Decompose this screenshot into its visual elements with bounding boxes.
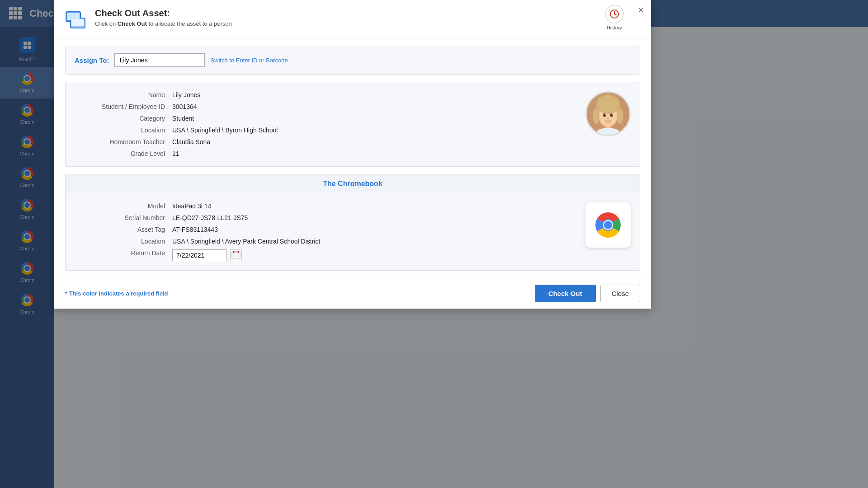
svg-rect-7 (71, 19, 84, 26)
svg-rect-6 (67, 13, 80, 20)
person-info-section: Name Lily Jones Student / Employee ID 30… (65, 82, 640, 167)
chromebook-info-table: Model IdeaPad 3i 14 Serial Number LE-QD2… (75, 202, 320, 261)
required-prefix: * (65, 290, 69, 297)
assign-label: Assign To: (75, 56, 109, 64)
checkout-button[interactable]: Check Out (535, 285, 596, 302)
grade-label: Grade Level (75, 150, 165, 157)
svg-rect-26 (233, 251, 235, 253)
grade-value: 11 (172, 150, 278, 157)
asset-tag-label: Asset Tag (75, 226, 165, 233)
modal-subtitle: Click on Check Out to allocate the asset… (95, 20, 232, 27)
modal-close-button[interactable]: × (638, 5, 644, 15)
required-note: * This color indicates a required field (65, 290, 168, 297)
category-label: Category (75, 115, 165, 122)
svg-rect-29 (236, 255, 237, 257)
modal-footer: * This color indicates a required field … (54, 278, 651, 309)
svg-rect-28 (233, 255, 234, 257)
return-date-label: Return Date (75, 249, 165, 261)
model-value: IdeaPad 3i 14 (172, 202, 320, 210)
name-label: Name (75, 91, 165, 99)
chromebook-header: The Chromebook (65, 174, 640, 193)
svg-point-34 (604, 221, 612, 229)
assign-section: Assign To: Switch to Enter ID or Barcode (65, 46, 640, 75)
chrome-logo-icon (594, 211, 623, 239)
cb-location-label: Location (75, 238, 165, 245)
student-id-label: Student / Employee ID (75, 103, 165, 110)
person-info-table: Name Lily Jones Student / Employee ID 30… (75, 91, 278, 157)
location-value: USA \ Springfield \ Byron High School (172, 127, 278, 134)
svg-point-21 (607, 117, 609, 119)
serial-label: Serial Number (75, 214, 165, 221)
modal-title: Check Out Asset: (95, 8, 232, 19)
svg-point-18 (610, 113, 613, 117)
teacher-value: Claudia Sona (172, 138, 278, 145)
svg-rect-25 (232, 252, 240, 254)
chromebook-title: The Chromebook (323, 180, 382, 188)
close-button[interactable]: Close (600, 285, 640, 302)
cb-location-value: USA \ Springfield \ Avery Park Central S… (172, 238, 320, 245)
history-clock-icon (605, 5, 624, 23)
person-avatar (585, 91, 631, 136)
chromebook-logo-box (585, 202, 631, 248)
svg-point-17 (603, 113, 606, 117)
modal-body: Assign To: Switch to Enter ID or Barcode… (54, 38, 651, 278)
switch-to-id-link[interactable]: Switch to Enter ID or Barcode (210, 57, 288, 64)
category-value: Student (172, 115, 278, 122)
svg-point-19 (605, 114, 606, 115)
model-label: Model (75, 202, 165, 210)
history-button[interactable]: History (605, 5, 624, 30)
assign-input[interactable] (114, 53, 205, 67)
location-label: Location (75, 127, 165, 134)
modal-dialog: Check Out Asset: Click on Check Out to a… (54, 0, 651, 309)
modal-title-area: Check Out Asset: Click on Check Out to a… (95, 8, 232, 27)
required-colored-text: This color (69, 290, 97, 297)
history-label: History (607, 25, 622, 30)
svg-point-15 (593, 108, 599, 124)
name-value: Lily Jones (172, 91, 278, 99)
serial-value: LE-QD27-JS78-LL21-JS75 (172, 214, 320, 221)
asset-tag-value: AT-FS83113443 (172, 226, 320, 233)
svg-rect-30 (238, 255, 239, 257)
footer-buttons: Check Out Close (535, 285, 640, 302)
modal-overlay: Check Out Asset: Click on Check Out to a… (0, 0, 868, 488)
required-suffix: indicates a required field (97, 290, 168, 297)
return-date-row (172, 249, 320, 261)
svg-point-20 (612, 114, 613, 115)
return-date-input[interactable] (172, 249, 226, 261)
subtitle-suffix: to allocate the asset to a person (147, 20, 232, 27)
svg-rect-27 (238, 251, 239, 253)
checkout-asset-icon (65, 8, 89, 32)
teacher-label: Homeroom Teacher (75, 138, 165, 145)
subtitle-prefix: Click on (95, 20, 118, 27)
svg-line-10 (614, 14, 616, 15)
student-id-value: 3001364 (172, 103, 278, 110)
calendar-icon[interactable] (230, 249, 242, 261)
svg-point-16 (617, 108, 623, 124)
subtitle-bold: Check Out (118, 20, 147, 27)
svg-point-14 (597, 95, 620, 114)
modal-header: Check Out Asset: Click on Check Out to a… (54, 0, 651, 38)
chromebook-section: Model IdeaPad 3i 14 Serial Number LE-QD2… (65, 193, 640, 271)
